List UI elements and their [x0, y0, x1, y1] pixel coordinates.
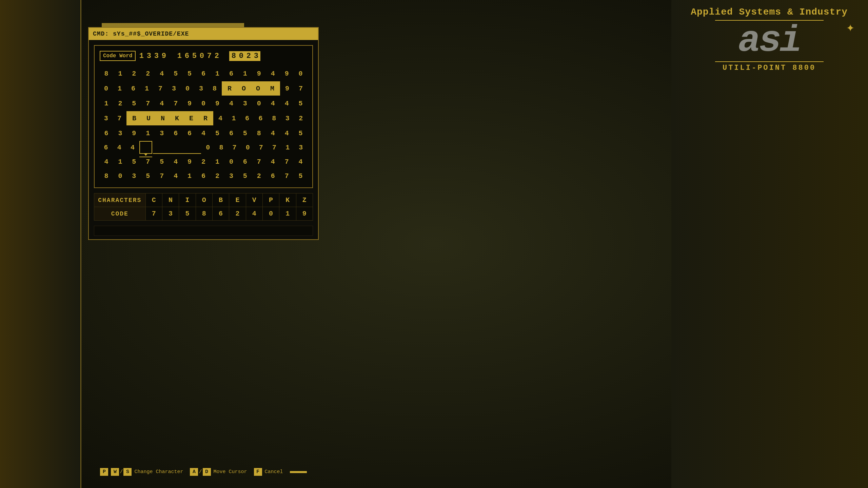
cell: 1 — [141, 127, 155, 140]
char-V: V — [246, 194, 262, 207]
asi-star-icon: ✦ — [846, 19, 854, 36]
cell: 7 — [255, 141, 267, 154]
cell: 4 — [294, 155, 307, 168]
key-group-ws: W / S — [111, 468, 132, 476]
cell: 3 — [127, 169, 141, 182]
codeword-row: Code Word 1 3 3 9 1 6 5 0 7 2 — [100, 51, 307, 61]
cell: 2 — [252, 169, 265, 182]
code-8: 8 — [196, 207, 212, 221]
cell: 8 — [208, 82, 221, 95]
codeword-label: Code Word — [100, 51, 136, 61]
cell: 4 — [155, 67, 169, 80]
cell: 4 — [266, 127, 279, 140]
cmd-value: sYs_##$_OVERIDE/EXE — [113, 30, 189, 37]
cell: 0 — [252, 97, 265, 110]
cell: 4 — [169, 155, 182, 168]
cw-digit: 1 — [176, 52, 182, 60]
cell: 5 — [155, 155, 169, 168]
cell: 5 — [211, 127, 224, 140]
cell: 6 — [100, 141, 112, 154]
cell: 9 — [281, 82, 294, 95]
cell: 5 — [127, 97, 141, 110]
cell: 5 — [183, 67, 196, 80]
cell: 3 — [155, 127, 169, 140]
keyboard-hints: P W / S Change Character A / D Move Curs… — [88, 466, 319, 478]
cell: 5 — [294, 97, 307, 110]
cell: 9 — [252, 67, 265, 80]
cell-R: R — [222, 82, 237, 95]
code-9: 9 — [296, 207, 313, 221]
cell: 9 — [183, 155, 196, 168]
codeword-group3-highlighted: 8 0 2 3 — [229, 51, 260, 61]
key-S: S — [123, 468, 132, 476]
bottom-panel: CHARACTERS C N I O B E V P K Z CODE 7 3 … — [94, 193, 313, 221]
cell: 9 — [211, 97, 224, 110]
key-F: F — [254, 468, 262, 476]
company-name: Applied Systems & Industry — [691, 7, 848, 17]
cell: 7 — [169, 97, 182, 110]
desc-change-char: Change Character — [134, 469, 183, 475]
grid-row-0: 8 1 2 2 4 5 5 6 1 6 1 9 4 9 0 — [100, 67, 307, 80]
code-3: 3 — [162, 207, 179, 221]
cell: 7 — [141, 97, 155, 110]
char-E: E — [229, 194, 246, 207]
cell: 1 — [100, 97, 113, 110]
asi-subtitle: UTILI-POINT 8800 — [691, 64, 848, 72]
cw-digit: 3 — [153, 52, 159, 60]
cell: 5 — [294, 169, 307, 182]
grid-row-1: 0 1 6 1 7 3 0 3 8 R O O M 9 7 — [100, 81, 307, 96]
cw-digit: 5 — [191, 52, 197, 60]
key-W: W — [111, 468, 119, 476]
cell: 1 — [238, 67, 252, 80]
cell: 6 — [197, 169, 210, 182]
cell: 0 — [181, 82, 194, 95]
cw-digit: 3 — [253, 52, 259, 60]
cell: 0 — [241, 141, 254, 154]
cell: 7 — [280, 169, 293, 182]
cell: 6 — [169, 127, 182, 140]
cell: 6 — [241, 112, 254, 125]
cell: 6 — [100, 127, 113, 140]
left-decorative-edge — [0, 0, 81, 488]
cell — [153, 141, 201, 154]
cmd-bar: CMD: sYs_##$_OVERIDE/EXE — [89, 28, 318, 40]
asi-text: asi — [738, 22, 800, 60]
cell: 1 — [113, 82, 126, 95]
char-code-table: CHARACTERS C N I O B E V P K Z CODE 7 3 … — [94, 193, 313, 221]
cell: 2 — [114, 97, 127, 110]
cell: 4 — [214, 112, 227, 125]
cell: 5 — [141, 169, 155, 182]
cell: 9 — [183, 97, 196, 110]
cell: 4 — [280, 97, 293, 110]
cell: 5 — [238, 169, 252, 182]
cell: 4 — [266, 67, 279, 80]
code-0: 0 — [262, 207, 279, 221]
cell: 1 — [140, 82, 153, 95]
right-decorative-edge — [671, 0, 868, 488]
char-I: I — [179, 194, 196, 207]
cell: 1 — [211, 155, 224, 168]
char-B: B — [212, 194, 229, 207]
codeword-group2: 1 6 5 0 7 2 — [176, 52, 220, 60]
cw-digit: 7 — [206, 52, 212, 60]
cell: 5 — [169, 67, 182, 80]
cell: 6 — [224, 127, 238, 140]
cell-K: K — [170, 112, 184, 125]
cell: 4 — [224, 97, 238, 110]
cell: 7 — [113, 112, 126, 125]
cell: 3 — [100, 112, 113, 125]
cell: 6 — [183, 127, 196, 140]
code-5: 5 — [179, 207, 196, 221]
key-A: A — [190, 468, 198, 476]
cell: 8 — [215, 141, 228, 154]
cursor-cell[interactable] — [139, 141, 152, 154]
cell: 7 — [155, 169, 169, 182]
cell: 4 — [169, 169, 182, 182]
grid-row-5: 6 4 4 0 8 7 0 7 7 1 3 — [100, 141, 307, 154]
cell: 7 — [268, 141, 280, 154]
cell: 1 — [114, 155, 127, 168]
char-K: K — [279, 194, 296, 207]
grid-row-6: 4 1 5 7 5 4 9 2 1 0 6 7 4 7 4 — [100, 155, 307, 168]
grid-row-4: 6 3 9 1 3 6 6 4 5 6 5 8 4 4 5 — [100, 127, 307, 140]
cell: 6 — [238, 155, 252, 168]
